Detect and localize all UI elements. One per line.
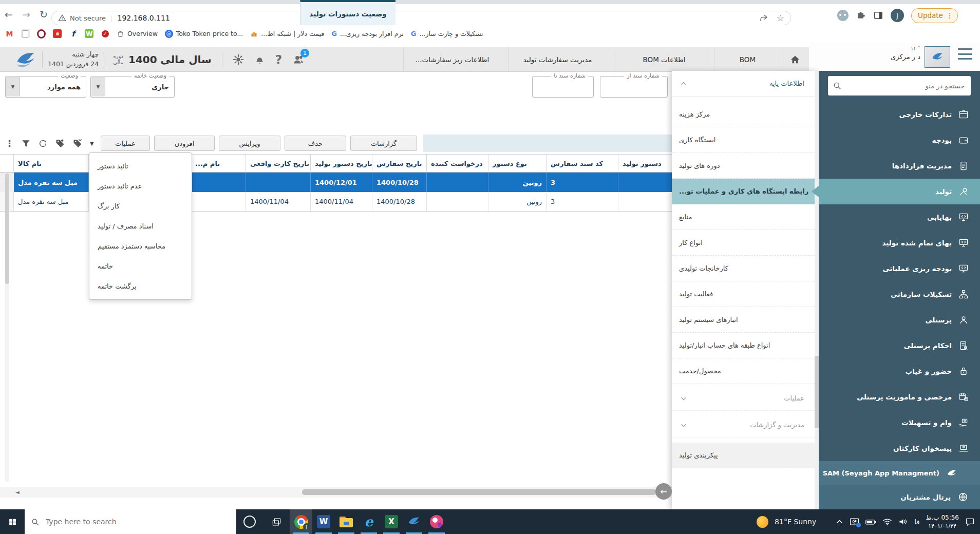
submenu-item-production-config[interactable]: پیکربندی تولید <box>672 443 815 468</box>
col-order-type[interactable]: نوع دستور <box>488 155 546 172</box>
col-actual-card-date[interactable]: تاریخ کارت واقعی <box>246 155 311 172</box>
submenu-item-factories[interactable]: کارخانجات تولیدی <box>672 256 815 281</box>
col-requester[interactable]: درخواست کننده <box>427 155 488 172</box>
taskbar-file-explorer[interactable] <box>335 509 357 534</box>
submenu-item-workstation-operations-active[interactable]: رابطه ایستگاه های کاری و عملیات تو... <box>672 179 815 204</box>
delete-button[interactable]: حذف <box>285 136 346 151</box>
tag-filter-icon[interactable] <box>72 138 83 148</box>
bookmark-dollar-price[interactable]: قیمت دلار | شبکه اط... <box>250 30 324 37</box>
taskbar-chrome[interactable]: J <box>290 509 312 534</box>
bookmark-pin-icon[interactable] <box>53 29 62 38</box>
bookmark-toko-token[interactable]: @ Toko Token price to... <box>165 30 243 38</box>
sidebar-item-sam[interactable]: SAM (Seyagh App Managment) <box>819 461 980 485</box>
horizontal-scrollbar[interactable]: ◄ <box>0 487 672 498</box>
bookmark-doc-icon[interactable] <box>21 29 30 38</box>
menu-item-confirm-order[interactable]: تائید دستور <box>89 156 192 176</box>
sidebar-item-leave-mission[interactable]: مرخصی و ماموریت پرسنلی <box>819 384 980 410</box>
extension-avatar-icon[interactable] <box>837 10 849 21</box>
submenu-item-account-classes[interactable]: انواع طبقه های حساب انبار/تولید <box>672 333 815 358</box>
submenu-scrollbar[interactable] <box>815 71 819 509</box>
sidebar-item-organizational-structure[interactable]: تشکیلات سازمانی <box>819 281 980 307</box>
end-status-dropdown-arrow-icon[interactable]: ▼ <box>91 77 105 97</box>
battery-icon[interactable] <box>865 518 876 526</box>
sidebar-item-budget[interactable]: بودجه <box>819 127 980 153</box>
submenu-item-workstation[interactable]: ایستگاه کاری <box>672 127 815 153</box>
menu-item-direct-wage-calc[interactable]: محاسبه دستمزد مستقیم <box>89 236 192 256</box>
bookmark-star-icon[interactable]: ☆ <box>777 13 784 23</box>
taskbar-seyagh-app[interactable] <box>403 509 425 534</box>
operations-button[interactable]: عملیات <box>101 136 150 151</box>
notifications-bell-icon[interactable] <box>253 53 266 66</box>
taskbar-word[interactable]: W <box>312 509 335 534</box>
bookmark-w-icon[interactable]: W <box>85 29 93 38</box>
col-order-date[interactable]: تاریخ سفارش <box>372 155 427 172</box>
refresh-icon[interactable] <box>38 139 48 148</box>
sidebar-item-employee-desk[interactable]: پیشخوان کارکنان <box>819 435 980 461</box>
toolbar-kebab-icon[interactable]: ⋮ <box>5 138 14 148</box>
tab-production-orders-status[interactable]: وضعیت دستورات تولید <box>300 0 395 25</box>
sidebar-item-production-cost[interactable]: بهای تمام شده تولید <box>819 230 980 256</box>
side-panel-icon[interactable] <box>873 10 883 21</box>
sidebar-item-attendance[interactable]: حضور و غیاب <box>819 358 980 384</box>
menu-item-close[interactable]: خاتمه <box>89 256 192 276</box>
back-icon[interactable]: ← <box>0 9 17 20</box>
sidebar-item-production-active[interactable]: تولید <box>819 179 980 204</box>
active-branch[interactable]: ˆ ۱۴ د ر مرکزی <box>891 46 920 61</box>
submenu-section-base-info[interactable]: اطلاعات پایه <box>672 71 815 97</box>
security-chip[interactable]: Not secure <box>70 14 106 22</box>
operations-caret-icon[interactable]: ▼ <box>90 141 94 146</box>
edit-button[interactable]: ویرایش <box>219 136 280 151</box>
collapse-panel-button[interactable]: ← <box>655 483 672 500</box>
submenu-item-production-periods[interactable]: دوره های تولید <box>672 153 815 179</box>
sidebar-item-personnel-decrees[interactable]: احکام پرسنلی <box>819 333 980 358</box>
submenu-item-cost-center[interactable]: مرکز هزینه <box>672 102 815 127</box>
doc-number-from-field[interactable]: شماره سند از <box>600 76 668 98</box>
clock[interactable]: 05:56 ب.ظ ۱۴۰۱/۰۱/۲۴ <box>926 513 959 531</box>
end-status-filter-select[interactable]: وضعیت خاتمه جاری ▼ <box>90 76 175 98</box>
doc-number-to-field[interactable]: شماره سند تا <box>532 76 594 98</box>
company-logo-thumbnail[interactable] <box>925 46 950 68</box>
wifi-icon[interactable] <box>882 518 892 526</box>
horizontal-scrollbar-thumb[interactable] <box>302 489 656 495</box>
profile-avatar[interactable]: J <box>891 9 904 22</box>
menu-item-worksheet[interactable]: کار برگ <box>89 196 192 216</box>
sidebar-item-costing[interactable]: بهایابی <box>819 204 980 230</box>
tab-bom[interactable]: BOM <box>714 47 781 72</box>
bookmark-f-icon[interactable]: f <box>69 29 78 38</box>
bookmark-org-chart[interactable]: G تشکیلات و چارت ساز... <box>411 30 483 37</box>
menu-item-unconfirm-order[interactable]: عدم تائید دستور <box>89 176 192 196</box>
sidebar-item-contract-management[interactable]: مدیریت قراردادها <box>819 153 980 179</box>
bookmark-budget-software[interactable]: G نرم افزار بودجه ریزی... <box>331 30 404 37</box>
start-button[interactable] <box>0 509 25 534</box>
tab-order-details[interactable]: اطلاعات ریز سفارشات... <box>403 47 501 72</box>
sidebar-item-operational-budgeting[interactable]: بودجه ریزی عملیاتی <box>819 256 980 281</box>
weather-sun-icon[interactable] <box>757 516 768 528</box>
sidebar-item-customer-portal[interactable]: پرتال مشتریان <box>819 485 980 509</box>
status-filter-select[interactable]: وضعیت همه موارد ▼ <box>5 76 86 98</box>
submenu-item-work-types[interactable]: انواع کار <box>672 230 815 256</box>
browser-menu-kebab-icon[interactable]: ⋮ <box>946 11 953 20</box>
submenu-item-product-service[interactable]: محصول/خدمت <box>672 358 815 384</box>
submenu-item-production-warehouses[interactable]: انبارهای سیستم تولید <box>672 307 815 333</box>
submenu-item-production-activity[interactable]: فعالیت تولید <box>672 281 815 307</box>
tray-chevron-up-icon[interactable] <box>836 518 843 526</box>
forward-icon[interactable]: → <box>17 9 35 20</box>
col-item-name[interactable]: نام کالا <box>14 155 89 172</box>
tab-bom-info[interactable]: اطلاعات BOM <box>614 47 714 72</box>
volume-icon[interactable] <box>898 518 908 526</box>
scroll-left-arrow-icon[interactable]: ◄ <box>15 489 20 495</box>
task-view-button[interactable] <box>263 509 290 534</box>
extensions-puzzle-icon[interactable] <box>856 10 866 21</box>
bookmark-check-icon[interactable]: ✓ <box>101 29 109 38</box>
taskbar-paint[interactable] <box>425 509 448 534</box>
taskbar-search[interactable] <box>25 509 236 534</box>
taskbar-search-input[interactable] <box>45 517 230 526</box>
url-text[interactable]: 192.168.0.111 <box>118 14 759 22</box>
vertical-scrollbar[interactable] <box>5 174 9 482</box>
hamburger-menu-icon[interactable] <box>958 48 972 60</box>
taskbar-excel[interactable]: X <box>380 509 403 534</box>
sidebar-item-foreign-procurement[interactable]: تدارکات خارجی <box>819 102 980 127</box>
col-order-doc-code[interactable]: کد سند سفارش <box>546 155 618 172</box>
bookmark-ring-icon[interactable] <box>37 29 46 38</box>
keyboard-language[interactable]: فا <box>914 518 919 526</box>
